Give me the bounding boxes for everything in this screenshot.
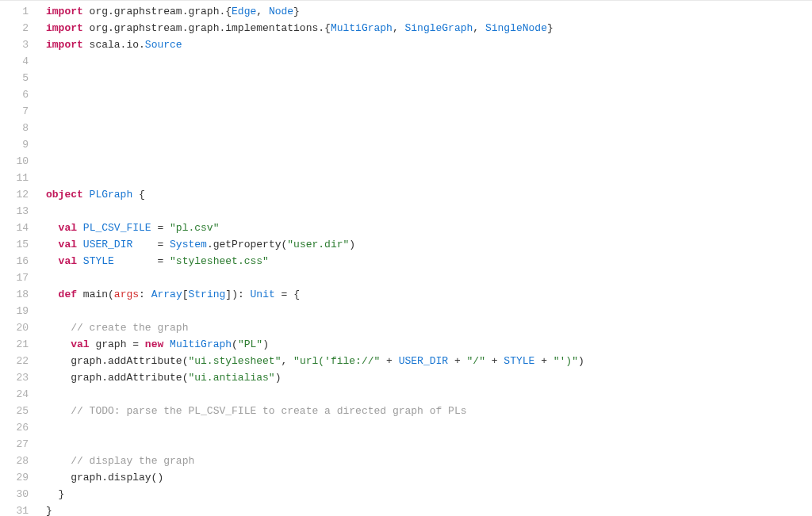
token-op: graph.display() <box>46 472 163 484</box>
code-line[interactable]: import scala.io.Source <box>46 37 812 54</box>
code-line[interactable]: graph.addAttribute("ui.stylesheet", "url… <box>46 354 812 370</box>
code-line[interactable]: val PL_CSV_FILE = "pl.csv" <box>46 220 812 237</box>
code-line[interactable]: object PLGraph { <box>46 187 812 204</box>
line-number: 20 <box>0 320 29 337</box>
line-number: 26 <box>0 420 29 437</box>
line-number: 31 <box>0 503 29 516</box>
token-cls: MultiGraph <box>331 22 393 34</box>
line-number: 3 <box>0 37 29 54</box>
token-op: + <box>448 355 466 367</box>
line-number: 22 <box>0 354 29 370</box>
token-op: } <box>46 488 64 500</box>
code-line[interactable]: def main(args: Array[String]): Unit = { <box>46 287 812 304</box>
token-str: "url('file://" <box>293 355 380 367</box>
token-cls: USER_DIR <box>399 355 448 367</box>
code-line[interactable]: // TODO: parse the PL_CSV_FILE to create… <box>46 403 812 420</box>
token-op: , <box>256 6 269 17</box>
line-number: 6 <box>0 87 29 104</box>
code-area[interactable]: import org.graphstream.graph.{Edge, Node… <box>40 1 812 516</box>
token-kw: new <box>145 338 170 350</box>
token-cls: SingleNode <box>485 22 547 34</box>
code-line[interactable]: import org.graphstream.graph.implementat… <box>46 21 812 37</box>
code-line[interactable] <box>46 204 812 220</box>
token-fn: main <box>83 289 108 300</box>
token-op <box>46 239 59 250</box>
code-line[interactable] <box>46 420 812 437</box>
line-number: 27 <box>0 437 29 453</box>
token-op: , <box>473 22 485 34</box>
token-op <box>46 455 71 467</box>
token-kw: import <box>46 6 90 17</box>
code-line[interactable] <box>46 170 812 187</box>
code-line[interactable]: graph.addAttribute("ui.antialias") <box>46 370 812 387</box>
line-number: 18 <box>0 287 29 304</box>
token-str: "user.dir" <box>287 239 349 250</box>
code-line[interactable] <box>46 104 812 120</box>
line-number: 9 <box>0 137 29 154</box>
code-line[interactable] <box>46 120 812 137</box>
line-number: 28 <box>0 453 29 470</box>
token-str: "PL" <box>238 338 262 350</box>
token-cmt: // TODO: parse the PL_CSV_FILE to create… <box>71 405 466 417</box>
token-op: ( <box>108 289 114 300</box>
code-line[interactable] <box>46 304 812 320</box>
token-op: , <box>393 22 405 34</box>
token-pkg: org.graphstream.graph.implementations. <box>90 22 324 34</box>
token-op: ) <box>275 372 282 384</box>
code-line[interactable]: import org.graphstream.graph.{Edge, Node… <box>46 4 812 21</box>
code-line[interactable]: graph.display() <box>46 470 812 487</box>
token-cls: SingleGraph <box>405 22 473 34</box>
line-number: 12 <box>0 187 29 204</box>
token-kw: object <box>46 189 90 201</box>
token-id: graph <box>95 338 126 350</box>
line-number: 16 <box>0 254 29 270</box>
code-line[interactable]: val graph = new MultiGraph("PL") <box>46 337 812 354</box>
token-op: + <box>534 355 553 367</box>
token-str: "')" <box>553 355 578 367</box>
code-line[interactable]: } <box>46 487 812 503</box>
code-line[interactable]: } <box>46 503 812 516</box>
token-op <box>46 405 71 417</box>
code-line[interactable] <box>46 54 812 71</box>
token-kw: import <box>46 22 90 34</box>
code-line[interactable] <box>46 71 812 87</box>
code-line[interactable] <box>46 87 812 104</box>
token-typebr: } <box>547 22 553 34</box>
line-number: 21 <box>0 337 29 354</box>
code-line[interactable] <box>46 137 812 154</box>
line-number: 29 <box>0 470 29 487</box>
token-op: } <box>46 505 52 516</box>
code-line[interactable] <box>46 437 812 453</box>
token-op: + <box>380 355 398 367</box>
line-number: 11 <box>0 170 29 187</box>
code-line[interactable]: val STYLE = "stylesheet.css" <box>46 254 812 270</box>
token-kw: val <box>59 255 83 267</box>
token-cls: USER_DIR <box>83 239 132 250</box>
line-number: 25 <box>0 403 29 420</box>
token-cls: Edge <box>232 6 256 17</box>
token-op: = <box>126 338 144 350</box>
token-kw: def <box>59 289 83 300</box>
token-op: graph.addAttribute( <box>46 355 188 367</box>
token-op <box>46 222 59 234</box>
line-number: 2 <box>0 21 29 37</box>
code-line[interactable] <box>46 154 812 170</box>
code-line[interactable]: // display the graph <box>46 453 812 470</box>
token-prm: args <box>114 289 139 300</box>
token-kw: val <box>71 338 95 350</box>
token-typebr: { <box>225 6 232 17</box>
token-cls: Array <box>151 289 182 300</box>
line-number: 19 <box>0 304 29 320</box>
token-op: ) <box>578 355 584 367</box>
code-line[interactable] <box>46 387 812 403</box>
token-cls: STYLE <box>83 255 114 267</box>
token-cmt: // create the graph <box>71 322 188 334</box>
token-cls: Node <box>269 6 293 17</box>
line-number: 8 <box>0 120 29 137</box>
token-op: ) <box>349 239 355 250</box>
code-line[interactable]: // create the graph <box>46 320 812 337</box>
line-number: 17 <box>0 270 29 287</box>
code-editor[interactable]: 1234567891011121314151617181920212223242… <box>0 0 812 516</box>
code-line[interactable]: val USER_DIR = System.getProperty("user.… <box>46 237 812 254</box>
code-line[interactable] <box>46 270 812 287</box>
